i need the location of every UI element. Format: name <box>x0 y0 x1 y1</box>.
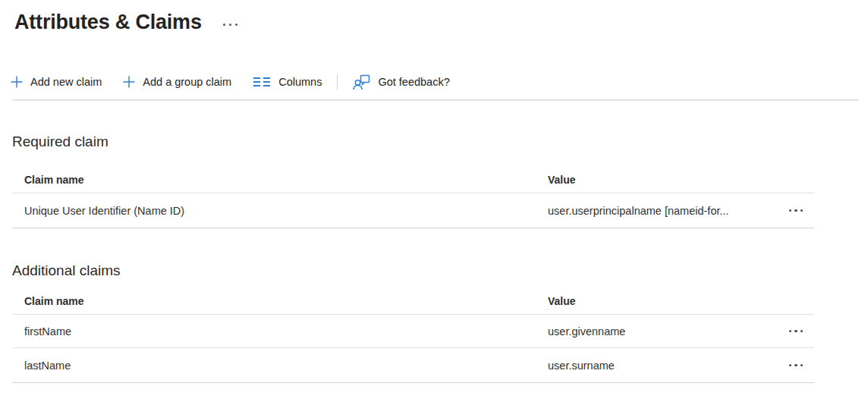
feedback-icon <box>353 74 370 90</box>
edit-columns-icon <box>253 76 271 88</box>
table-row[interactable]: firstName user.givenname <box>12 315 814 348</box>
required-claim-table: Claim name Value Unique User Identifier … <box>12 166 814 228</box>
more-options-icon[interactable] <box>223 24 237 26</box>
table-row[interactable]: lastName user.surname <box>12 348 814 383</box>
required-claim-heading: Required claim <box>12 132 868 152</box>
add-group-claim-button[interactable]: Add a group claim <box>112 71 242 93</box>
table-header-row: Claim name Value <box>12 166 814 193</box>
add-new-claim-label: Add new claim <box>30 76 102 88</box>
claim-name-column-header: Claim name <box>12 174 548 186</box>
command-bar: Add new claim Add a group claim Columns <box>0 71 868 93</box>
table-row[interactable]: Unique User Identifier (Name ID) user.us… <box>12 193 814 228</box>
claim-value-cell: user.userprincipalname [nameid-for... <box>548 205 778 217</box>
plus-icon <box>123 76 135 88</box>
columns-label: Columns <box>278 76 322 88</box>
additional-claims-table: Claim name Value firstName user.givennam… <box>12 287 814 383</box>
claim-name-column-header: Claim name <box>12 295 548 307</box>
claim-name-cell: Unique User Identifier (Name ID) <box>12 205 548 217</box>
additional-claims-section: Additional claims Claim name Value first… <box>0 261 868 383</box>
row-actions-icon[interactable] <box>788 325 805 338</box>
claim-value-cell: user.givenname <box>548 325 778 338</box>
got-feedback-button[interactable]: Got feedback? <box>342 71 460 93</box>
plus-icon <box>11 76 23 88</box>
got-feedback-label: Got feedback? <box>378 76 449 88</box>
value-column-header: Value <box>548 295 778 307</box>
additional-claims-heading: Additional claims <box>12 261 868 281</box>
claim-value-cell: user.surname <box>548 360 778 372</box>
value-column-header: Value <box>548 174 778 186</box>
add-new-claim-button[interactable]: Add new claim <box>0 71 112 93</box>
claim-name-cell: lastName <box>12 360 548 372</box>
columns-button[interactable]: Columns <box>242 71 332 93</box>
required-claim-section: Required claim Claim name Value Unique U… <box>0 132 868 228</box>
claim-name-cell: firstName <box>12 325 548 338</box>
row-actions-icon[interactable] <box>788 360 805 372</box>
page-header: Attributes & Claims <box>0 0 868 34</box>
table-header-row: Claim name Value <box>12 287 814 315</box>
toolbar-separator-line <box>12 99 859 101</box>
add-group-claim-label: Add a group claim <box>143 76 231 88</box>
row-actions-icon[interactable] <box>788 205 805 217</box>
toolbar-divider <box>337 74 338 90</box>
page-title: Attributes & Claims <box>14 10 202 34</box>
